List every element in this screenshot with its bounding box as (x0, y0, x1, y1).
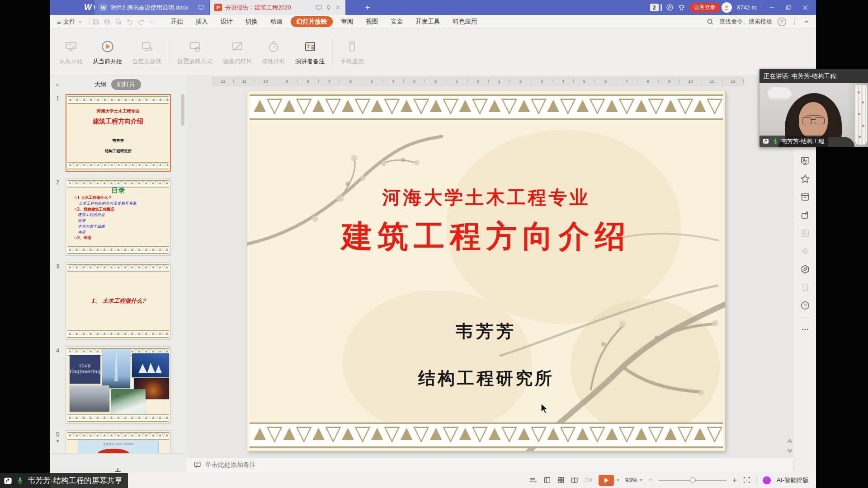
tab-slides[interactable]: 幻灯片 (111, 79, 142, 90)
guest-login-button[interactable]: 访客登录 (689, 3, 720, 12)
toolbar-dropdown-icon[interactable] (149, 19, 154, 24)
normal-view-icon[interactable] (543, 476, 551, 484)
previous-slide-icon[interactable] (787, 438, 793, 444)
thumbnail-row: 5★▲▽▲▽▲▽▲▽▲▽▲▽▲▽▲▽▲▽▲▽▲▽▲▽▲▽▲▽▲▽▲▽▲▽▲▽▲▽… (50, 430, 186, 454)
thumbnail-row: 2▲▽▲▽▲▽▲▽▲▽▲▽▲▽▲▽▲▽▲▽▲▽▲▽▲▽▲▽▲▽▲▽▲▽▲▽▲▽▲… (50, 178, 186, 256)
menu-item-0[interactable]: 开始 (165, 18, 189, 26)
zoom-slider-knob[interactable] (690, 477, 696, 483)
ruler-tick: 9 (276, 77, 297, 85)
ruler-tick: 6 (340, 77, 361, 85)
slide-thumbnail-1[interactable]: ▲▽▲▽▲▽▲▽▲▽▲▽▲▽▲▽▲▽▲▽▲▽▲▽▲▽▲▽▲▽▲▽▲▽▲▽▲▽▲▽… (66, 94, 171, 172)
slide-thumbnail-2[interactable]: ▲▽▲▽▲▽▲▽▲▽▲▽▲▽▲▽▲▽▲▽▲▽▲▽▲▽▲▽▲▽▲▽▲▽▲▽▲▽▲▽… (66, 178, 171, 256)
shirt-skin-icon[interactable] (678, 4, 685, 11)
share-icon[interactable] (800, 206, 810, 224)
more-icon[interactable] (800, 320, 810, 338)
collapse-panel-button[interactable]: « (56, 81, 59, 88)
ribbon-button-label: 设置放映方式 (177, 57, 212, 66)
collapse-ribbon-icon[interactable] (803, 19, 810, 25)
slide-thumbnail-5[interactable]: ▲▽▲▽▲▽▲▽▲▽▲▽▲▽▲▽▲▽▲▽▲▽▲▽▲▽▲▽▲▽▲▽▲▽▲▽▲▽▲▽… (66, 430, 171, 454)
command-search-input[interactable]: 查找命令、搜索模板 (719, 18, 772, 26)
help-icon[interactable]: ? (800, 296, 810, 314)
ribbon-play-circle-button[interactable]: 从当前开始 (88, 33, 127, 72)
box-icon[interactable] (800, 188, 810, 206)
menu-item-2[interactable]: 设计 (214, 18, 239, 26)
reading-view-icon[interactable] (571, 476, 578, 484)
tab-outline[interactable]: 大纲 (94, 80, 107, 89)
microphone-on-icon (16, 476, 24, 485)
quick-access-toolbar (92, 18, 154, 25)
presentation-tab-active[interactable]: P 分班报告：建筑工程2020 (210, 0, 345, 15)
slide-canvas[interactable]: ▲▽▲▽▲▽▲▽▲▽▲▽▲▽▲▽▲▽▲▽▲▽▲▽▲▽▲▽▲▽▲▽▲▽▲▽▲▽▲▽… (247, 91, 725, 451)
zoom-caret-icon[interactable] (640, 479, 642, 481)
menu-item-1[interactable]: 插入 (189, 18, 214, 26)
thumbnail-list: 1▲▽▲▽▲▽▲▽▲▽▲▽▲▽▲▽▲▽▲▽▲▽▲▽▲▽▲▽▲▽▲▽▲▽▲▽▲▽▲… (50, 93, 186, 454)
badge-divider (660, 4, 662, 11)
slideshow-icon[interactable] (800, 152, 810, 170)
avatar[interactable] (722, 2, 732, 13)
statusbar-divider (756, 476, 757, 484)
zoom-in-button[interactable]: + (732, 476, 737, 484)
slide-nav-buttons[interactable] (787, 438, 793, 454)
document-tab-docx[interactable]: W 附件2.腾讯会议使用说明.docx (95, 0, 209, 15)
thumb-border-top: ▲▽▲▽▲▽▲▽▲▽▲▽▲▽▲▽▲▽▲▽▲▽▲▽▲▽▲▽▲▽▲▽▲▽▲▽▲▽▲▽… (67, 432, 169, 440)
print-icon[interactable] (104, 18, 111, 25)
menu-item-7[interactable]: 视图 (359, 18, 384, 26)
menu-item-9[interactable]: 开发工具 (409, 18, 446, 26)
stadium-photo (70, 385, 109, 412)
panel-scrollbar[interactable] (181, 94, 184, 126)
slide-thumbnail-3[interactable]: ▲▽▲▽▲▽▲▽▲▽▲▽▲▽▲▽▲▽▲▽▲▽▲▽▲▽▲▽▲▽▲▽▲▽▲▽▲▽▲▽… (66, 262, 171, 340)
meeting-video-panel[interactable]: 正在讲话: 韦芳芳-结构工程; 韦芳芳-结构工程 (760, 69, 868, 147)
menu-item-4[interactable]: 动画 (264, 18, 289, 26)
close-window-button[interactable] (799, 0, 811, 15)
zoom-out-button[interactable]: − (648, 476, 653, 484)
file-menu-button[interactable]: ≡ 文件 (50, 18, 86, 26)
leaf-icon[interactable] (800, 260, 810, 278)
menu-item-6[interactable]: 审阅 (335, 18, 359, 26)
slide-sorter-icon[interactable] (557, 476, 565, 484)
word-doc-icon: W (99, 4, 107, 11)
ribbon-button-label: 从当前开始 (93, 57, 122, 66)
zoom-slider[interactable] (659, 477, 726, 483)
zoom-level[interactable]: 93% (625, 477, 637, 483)
new-tab-button[interactable]: + (361, 0, 374, 15)
minimize-button[interactable] (765, 0, 778, 15)
menu-item-3[interactable]: 切换 (239, 18, 264, 26)
ribbon-button-label: 自定义放映 (132, 57, 161, 66)
doc-tab-label: 附件2.腾讯会议使用说明.docx (110, 4, 194, 12)
share-badge-label: 韦芳芳-结构工程的屏幕共享 (28, 475, 123, 486)
print-preview-icon[interactable] (115, 18, 122, 25)
fit-slide-icon[interactable] (743, 476, 750, 484)
notes-bar[interactable]: 单击此处添加备注 (186, 457, 793, 472)
projector-icon (65, 39, 77, 54)
close-tab-icon[interactable] (335, 5, 341, 10)
undo-icon[interactable] (126, 18, 133, 25)
record-icon[interactable] (584, 476, 593, 484)
leaf-activity-icon[interactable] (666, 4, 674, 11)
monitor-icon (316, 4, 322, 11)
thumb-toc-list: ◇1 土木工程做什么？土木工程包括的方向及其相互关系◇2、我校建筑工程概况建筑工… (74, 195, 168, 241)
slide-thumbnail-4[interactable]: ▲▽▲▽▲▽▲▽▲▽▲▽▲▽▲▽▲▽▲▽▲▽▲▽▲▽▲▽▲▽▲▽▲▽▲▽▲▽▲▽… (66, 346, 171, 424)
menu-item-8[interactable]: 安全 (384, 18, 409, 26)
play-options-caret-icon[interactable] (617, 479, 619, 481)
play-slideshow-button[interactable] (599, 475, 614, 486)
restore-button[interactable] (782, 0, 795, 15)
kebab-menu-icon[interactable]: ⋮ (792, 18, 798, 25)
thumb-toc-item: 本方向教学成果 (74, 224, 168, 230)
ai-layout-button[interactable]: AI-智能排版 (777, 476, 809, 484)
search-icon[interactable] (707, 18, 714, 25)
notes-toggle-icon[interactable] (529, 477, 538, 484)
save-icon[interactable] (92, 18, 99, 25)
ribbon-presenter-notes-button[interactable]: 演讲者备注 (290, 33, 330, 72)
menu-item-5[interactable]: 幻灯片放映 (291, 16, 333, 27)
monitor-icon (198, 4, 204, 11)
titlebar-divider (761, 4, 761, 11)
next-slide-icon[interactable] (787, 448, 793, 454)
chevron-down-icon (78, 19, 83, 24)
animation-star-icon: ★ (50, 439, 66, 444)
webcam-video[interactable]: 韦芳芳-结构工程 (760, 83, 868, 147)
redo-icon[interactable] (137, 18, 145, 25)
star-icon[interactable] (800, 170, 810, 188)
help-icon[interactable]: ? (778, 18, 786, 26)
menu-item-10[interactable]: 特色应用 (446, 18, 483, 26)
message-count-badge[interactable]: 2 (650, 4, 659, 11)
